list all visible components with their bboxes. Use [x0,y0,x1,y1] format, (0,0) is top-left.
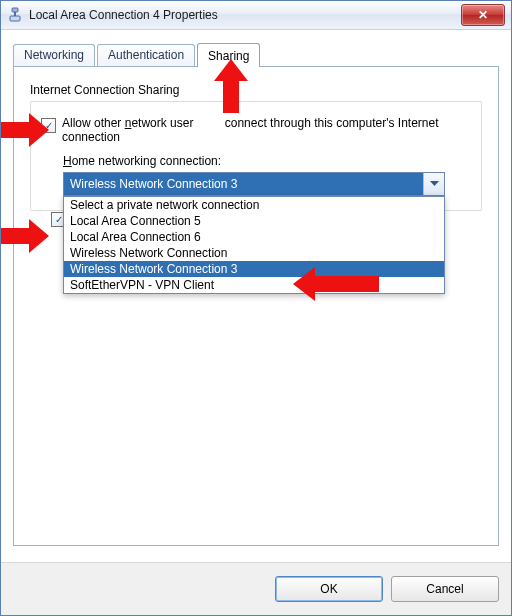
home-networking-combo[interactable]: Wireless Network Connection 3 [63,172,445,196]
dropdown-option[interactable]: Wireless Network Connection [64,245,444,261]
dropdown-option[interactable]: Local Area Connection 5 [64,213,444,229]
dropdown-option[interactable]: Select a private network connection [64,197,444,213]
tab-networking[interactable]: Networking [13,44,95,66]
properties-dialog: Local Area Connection 4 Properties ✕ Net… [0,0,512,616]
dropdown-option[interactable]: Local Area Connection 6 [64,229,444,245]
home-networking-dropdown[interactable]: Select a private network connectionLocal… [63,196,445,294]
home-networking-label: Home networking connection: [63,154,471,168]
titlebar: Local Area Connection 4 Properties ✕ [1,1,511,30]
dropdown-option[interactable]: SoftEtherVPN - VPN Client [64,277,444,293]
svg-rect-1 [14,12,16,16]
window-title: Local Area Connection 4 Properties [29,8,461,22]
svg-rect-0 [12,8,18,12]
network-adapter-icon [7,7,23,23]
ok-button[interactable]: OK [275,576,383,602]
chevron-down-icon [423,173,444,195]
svg-rect-2 [10,16,20,21]
dropdown-option[interactable]: Wireless Network Connection 3 [64,261,444,277]
close-button[interactable]: ✕ [461,4,505,26]
cancel-button[interactable]: Cancel [391,576,499,602]
allow-sharing-checkbox[interactable] [41,118,56,133]
combo-selected-value: Wireless Network Connection 3 [64,173,423,195]
tab-authentication[interactable]: Authentication [97,44,195,66]
group-title-ics: Internet Connection Sharing [30,83,482,97]
close-icon: ✕ [478,8,488,22]
tabpage-sharing: Internet Connection Sharing Allow other … [13,66,499,546]
tab-sharing[interactable]: Sharing [197,43,260,67]
group-ics: Allow other network user connect through… [30,101,482,211]
tabstrip: Networking Authentication Sharing [13,42,499,66]
dialog-footer: OK Cancel [1,562,511,615]
dialog-body: Networking Authentication Sharing Intern… [1,30,511,562]
allow-sharing-row: Allow other network user connect through… [41,116,471,144]
allow-sharing-label: Allow other network user connect through… [62,116,471,144]
